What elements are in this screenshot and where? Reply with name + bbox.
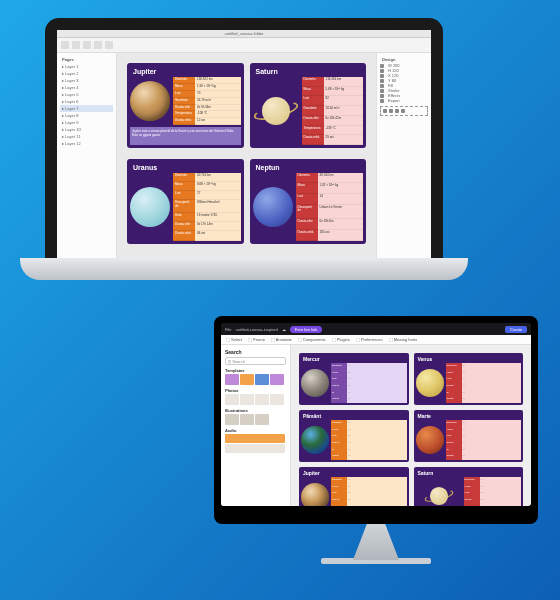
layer-item[interactable]: ▸ Layer 3 — [60, 77, 113, 84]
toolbar-frame[interactable]: ⬚ Frame — [248, 337, 265, 342]
search-input[interactable]: Q Search — [225, 357, 286, 365]
section-illustrations[interactable]: Illustrations — [225, 408, 286, 413]
illustration-thumb[interactable] — [225, 414, 239, 425]
card-title: Mercur — [301, 355, 407, 363]
card-title: Marte — [416, 412, 522, 420]
align-controls[interactable] — [380, 106, 428, 116]
card-title: Pământ — [301, 412, 407, 420]
tool-frame-icon[interactable] — [72, 41, 80, 49]
layers-heading: Pages — [60, 56, 113, 63]
planet-card-pământ[interactable]: PământDiametru—Masa—Luni—Gravit.—Zi—Orbi… — [299, 410, 409, 462]
search-panel: Search Q Search Templates Photos — [221, 345, 291, 506]
audio-thumb[interactable] — [225, 434, 285, 443]
laptop-device: untitled_canvas.folder Pages ▸ Layer 1▸ … — [45, 18, 443, 258]
layer-item[interactable]: ▸ Layer 4 — [60, 84, 113, 91]
card-title: Jupiter — [301, 469, 407, 477]
search-heading: Search — [225, 349, 286, 355]
app-titlebar: File untitled-canvas-inspired ☁ Free liv… — [221, 323, 531, 335]
layer-item[interactable]: ▸ Layer 10 — [60, 126, 113, 133]
menu-file[interactable]: File — [225, 327, 231, 332]
card-title: Jupiter — [130, 66, 241, 77]
inspector-panel: Design W 200H 150X 120Y 80FillStrokeEffe… — [376, 53, 431, 258]
layer-item[interactable]: ▸ Layer 9 — [60, 119, 113, 126]
cloud-icon: ☁ — [282, 327, 286, 332]
template-thumb[interactable] — [225, 374, 239, 385]
photo-thumb[interactable] — [270, 394, 284, 405]
template-thumb[interactable] — [270, 374, 284, 385]
editor-app-screen: File untitled-canvas-inspired ☁ Free liv… — [221, 323, 531, 506]
planet-card-jupiter[interactable]: JupiterDiametru—Masa—Luni—Gravit.—Zi—Orb… — [299, 467, 409, 506]
share-button[interactable]: Create — [505, 326, 527, 333]
planet-card-saturn[interactable]: SaturnDiametru116 464 kmMasa5.68 × 10²⁶ … — [250, 63, 367, 148]
layer-item[interactable]: ▸ Layer 5 — [60, 91, 113, 98]
toolbar-select[interactable]: ⬚ Select — [226, 337, 242, 342]
template-thumb[interactable] — [240, 374, 254, 385]
planet-card-mercur[interactable]: MercurDiametru—Masa—Luni—Gravit.—Zi—Orbi… — [299, 353, 409, 405]
layer-item[interactable]: ▸ Layer 12 — [60, 140, 113, 147]
layer-item[interactable]: ▸ Layer 2 — [60, 70, 113, 77]
planet-card-saturn[interactable]: SaturnDiametru—Masa—Luni—Gravit.—Zi—Orbi… — [414, 467, 524, 506]
toolbar-annotate[interactable]: ⬚ Annotate — [271, 337, 292, 342]
inspector-row[interactable]: Export — [380, 98, 428, 103]
audio-thumb[interactable] — [225, 444, 285, 453]
imac-stand — [353, 524, 399, 560]
planet-card-marte[interactable]: MarteDiametru—Masa—Luni—Gravit.—Zi—Orbit… — [414, 410, 524, 462]
toolbar-preferences[interactable]: ⬚ Preferences — [356, 337, 383, 342]
card-title: Saturn — [416, 469, 522, 477]
photo-thumb[interactable] — [225, 394, 239, 405]
illustration-thumb[interactable] — [255, 414, 269, 425]
section-photos[interactable]: Photos — [225, 388, 286, 393]
photo-thumb[interactable] — [255, 394, 269, 405]
document-name: untitled-canvas-inspired — [235, 327, 277, 332]
window-title: untitled_canvas.folder — [57, 30, 431, 38]
photo-thumb[interactable] — [240, 394, 254, 405]
section-templates[interactable]: Templates — [225, 368, 286, 373]
layer-item[interactable]: ▸ Layer 1 — [60, 63, 113, 70]
tool-pen-icon[interactable] — [83, 41, 91, 49]
layer-item[interactable]: ▸ Layer 8 — [60, 112, 113, 119]
layer-item[interactable]: ▸ Layer 6 — [60, 98, 113, 105]
toolbar-plugins[interactable]: ⬚ Plugins — [332, 337, 350, 342]
layers-panel: Pages ▸ Layer 1▸ Layer 2▸ Layer 3▸ Layer… — [57, 53, 117, 258]
design-app-screen: untitled_canvas.folder Pages ▸ Layer 1▸ … — [57, 30, 431, 258]
top-toolbar — [57, 38, 431, 53]
planet-card-neptun[interactable]: NeptunDiametru49 244 kmMasa1.02 × 10²⁶ k… — [250, 159, 367, 244]
tool-move-icon[interactable] — [61, 41, 69, 49]
layer-item[interactable]: ▸ Layer 7 — [60, 105, 113, 112]
section-audio[interactable]: Audio — [225, 428, 286, 433]
planet-card-venus[interactable]: VenusDiametru—Masa—Luni—Gravit.—Zi—Orbit… — [414, 353, 524, 405]
laptop-base — [20, 258, 468, 280]
action-toolbar: ⬚ Select⬚ Frame⬚ Annotate⬚ Components⬚ P… — [221, 335, 531, 345]
toolbar-missing-fonts[interactable]: ⬚ Missing fonts — [389, 337, 417, 342]
card-title: Saturn — [253, 66, 364, 77]
layer-item[interactable]: ▸ Layer 11 — [60, 133, 113, 140]
imac-device: File untitled-canvas-inspired ☁ Free liv… — [214, 316, 538, 566]
tool-text-icon[interactable] — [94, 41, 102, 49]
card-title: Uranus — [130, 162, 241, 173]
live-link-badge[interactable]: Free live link — [290, 326, 322, 333]
template-thumb[interactable] — [255, 374, 269, 385]
planet-card-uranus[interactable]: UranusDiametru50 724 kmMasa8.68 × 10²⁵ k… — [127, 159, 244, 244]
planet-card-jupiter[interactable]: JupiterDiametru139 822 kmMasa1.90 × 10²⁷… — [127, 63, 244, 148]
card-title: Venus — [416, 355, 522, 363]
card-title: Neptun — [253, 162, 364, 173]
canvas-grid[interactable]: MercurDiametru—Masa—Luni—Gravit.—Zi—Orbi… — [291, 345, 531, 506]
toolbar-components[interactable]: ⬚ Components — [298, 337, 326, 342]
inspector-heading: Design — [380, 56, 428, 63]
tool-hand-icon[interactable] — [105, 41, 113, 49]
illustration-thumb[interactable] — [240, 414, 254, 425]
canvas-area[interactable]: JupiterDiametru139 822 kmMasa1.90 × 10²⁷… — [117, 53, 376, 258]
